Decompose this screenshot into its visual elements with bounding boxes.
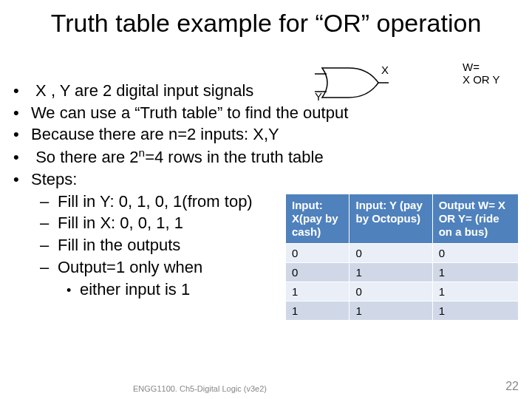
bullet-item: So there are 2n=4 rows in the truth tabl… bbox=[13, 146, 523, 168]
table-header: Output W= X OR Y= (ride on a bus) bbox=[432, 194, 518, 244]
slide: Truth table example for “OR” operation X… bbox=[0, 0, 532, 399]
truth-table: Input: X(pay by cash) Input: Y (pay by O… bbox=[285, 194, 519, 321]
bullet-item: Because there are n=2 inputs: X,Y bbox=[13, 123, 523, 146]
table-row: 0 1 1 bbox=[286, 263, 519, 282]
gate-input-x-label: X bbox=[381, 64, 389, 76]
table-row: 0 0 0 bbox=[286, 244, 519, 263]
table-row: 1 0 1 bbox=[286, 282, 519, 301]
table-header: Input: X(pay by cash) bbox=[286, 194, 349, 244]
slide-title: Truth table example for “OR” operation bbox=[0, 0, 532, 38]
table-header: Input: Y (pay by Octopus) bbox=[349, 194, 432, 244]
page-number: 22 bbox=[505, 380, 519, 393]
bullet-item: X , Y are 2 digital input signals bbox=[13, 80, 523, 102]
footer-text: ENGG1100. Ch5-Digital Logic (v3e2) bbox=[133, 384, 267, 393]
table-row: 1 1 1 bbox=[286, 301, 519, 321]
bullet-item: We can use a “Truth table” to find the o… bbox=[13, 102, 523, 124]
